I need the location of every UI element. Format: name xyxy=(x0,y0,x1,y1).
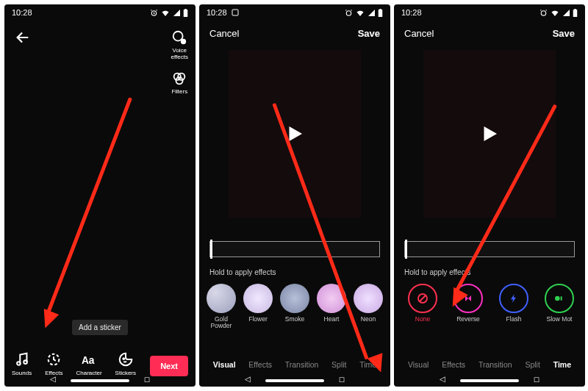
clock: 10:28 xyxy=(207,8,227,17)
cancel-button[interactable]: Cancel xyxy=(209,28,239,39)
timeline-scrubber[interactable] xyxy=(209,241,380,257)
svg-point-3 xyxy=(173,32,183,41)
sounds-label: Sounds xyxy=(12,370,32,376)
sounds-button[interactable]: Sounds xyxy=(12,351,32,376)
save-button[interactable]: Save xyxy=(553,28,575,39)
fx-smoke[interactable]: Smoke xyxy=(280,284,309,323)
effect-tabs: Visual Effects Transition Split Time xyxy=(199,360,390,369)
character-button[interactable]: Aa Character xyxy=(76,351,101,376)
timeline-scrubber[interactable] xyxy=(404,241,575,257)
svg-point-9 xyxy=(24,360,27,364)
status-icons xyxy=(150,9,188,17)
nav-back-icon[interactable]: ◁ xyxy=(440,375,445,383)
effects-hint: Hold to apply effects xyxy=(404,268,470,276)
svg-point-7 xyxy=(176,77,183,84)
svg-rect-1 xyxy=(184,10,188,17)
tab-time[interactable]: Time xyxy=(553,360,571,369)
music-note-icon xyxy=(14,351,30,367)
nav-recent-icon[interactable]: ☐ xyxy=(144,376,150,384)
playhead[interactable] xyxy=(405,240,407,259)
stickers-button[interactable]: Stickers xyxy=(115,351,136,376)
fx-heart[interactable]: Heart xyxy=(317,284,346,323)
fx-label: Flower xyxy=(248,316,268,323)
fx-neon[interactable]: Neon xyxy=(354,284,383,323)
save-button[interactable]: Save xyxy=(358,28,380,39)
filters-button[interactable]: Filters xyxy=(171,71,187,95)
svg-point-8 xyxy=(17,362,21,365)
tab-split[interactable]: Split xyxy=(331,360,346,369)
next-button[interactable]: Next xyxy=(150,356,188,376)
nav-back-icon[interactable]: ◁ xyxy=(50,375,56,383)
alarm-icon xyxy=(539,9,548,17)
filters-label: Filters xyxy=(171,88,187,95)
svg-rect-2 xyxy=(184,9,186,10)
fx-none[interactable]: None xyxy=(406,284,440,323)
arrow-left-icon xyxy=(15,29,31,46)
flash-icon xyxy=(509,293,519,304)
fx-label: Smoke xyxy=(285,316,304,323)
effect-tabs: Visual Effects Transition Split Time xyxy=(394,360,585,369)
fx-label: Neon xyxy=(361,316,376,323)
character-label: Character xyxy=(76,370,101,376)
video-preview[interactable] xyxy=(423,50,556,218)
effects-row: None Reverse Flash Slow Mot xyxy=(406,284,585,341)
screenshot-1: 10:28 Voice effects Filters xyxy=(4,4,196,387)
signal-icon xyxy=(562,9,570,16)
back-button[interactable] xyxy=(15,29,31,46)
nav-recent-icon[interactable]: ☐ xyxy=(339,376,345,384)
effects-row: Gold Powder Flower Smoke Heart Neon Rain… xyxy=(207,284,390,341)
svg-point-21 xyxy=(555,296,560,301)
status-bar: 10:28 xyxy=(394,4,585,21)
svg-rect-19 xyxy=(574,9,576,10)
play-icon xyxy=(284,123,306,145)
fx-flash[interactable]: Flash xyxy=(497,284,531,323)
battery-icon xyxy=(378,9,383,17)
add-sticker-tooltip: Add a sticker xyxy=(72,320,128,335)
nav-home-pill[interactable] xyxy=(265,379,324,382)
tab-visual[interactable]: Visual xyxy=(213,360,236,369)
stickers-label: Stickers xyxy=(115,370,136,376)
clock: 10:28 xyxy=(401,8,422,17)
fx-reverse[interactable]: Reverse xyxy=(451,284,485,323)
svg-rect-18 xyxy=(573,10,578,17)
tab-effects[interactable]: Effects xyxy=(248,360,272,369)
video-preview[interactable] xyxy=(229,50,361,218)
fx-label: None xyxy=(415,316,430,323)
tab-time[interactable]: Time xyxy=(359,360,376,369)
cancel-button[interactable]: Cancel xyxy=(404,28,434,39)
nav-recent-icon[interactable]: ☐ xyxy=(534,376,539,384)
tab-effects[interactable]: Effects xyxy=(442,360,465,369)
nav-back-icon[interactable]: ◁ xyxy=(245,375,251,383)
nav-home-pill[interactable] xyxy=(71,379,129,382)
playhead[interactable] xyxy=(210,240,212,259)
wifi-icon xyxy=(356,9,365,16)
alarm-icon xyxy=(150,9,158,17)
effects-button[interactable]: Effects xyxy=(45,351,62,376)
reverse-icon xyxy=(462,293,474,304)
tab-visual[interactable]: Visual xyxy=(408,360,429,369)
tab-transition[interactable]: Transition xyxy=(285,360,319,369)
screenshot-2: 10:28 Cancel Save Hold to apply eff xyxy=(199,4,390,387)
svg-point-17 xyxy=(541,10,545,15)
tab-split[interactable]: Split xyxy=(525,360,539,369)
sticker-icon xyxy=(118,351,134,367)
clock: 10:28 xyxy=(12,8,32,17)
tab-transition[interactable]: Transition xyxy=(478,360,512,369)
battery-icon xyxy=(573,9,578,17)
svg-point-4 xyxy=(182,40,186,44)
nav-home-pill[interactable] xyxy=(460,379,519,382)
fx-flower[interactable]: Flower xyxy=(243,284,273,323)
fx-label: Reverse xyxy=(456,316,480,323)
effects-clock-icon xyxy=(46,351,62,367)
alarm-icon xyxy=(345,9,353,17)
svg-point-14 xyxy=(346,10,351,15)
comparison-stage: 10:28 Voice effects Filters xyxy=(0,0,588,391)
signal-icon xyxy=(173,9,180,16)
fx-gold-powder[interactable]: Gold Powder xyxy=(207,284,236,330)
fx-slow-motion[interactable]: Slow Mot xyxy=(542,284,576,323)
fx-label: Gold Powder xyxy=(211,316,232,330)
effects-hint: Hold to apply effects xyxy=(209,268,276,276)
fx-label: Flash xyxy=(506,316,522,323)
voice-effects-button[interactable]: Voice effects xyxy=(171,29,188,60)
save-chip-icon xyxy=(232,9,239,16)
